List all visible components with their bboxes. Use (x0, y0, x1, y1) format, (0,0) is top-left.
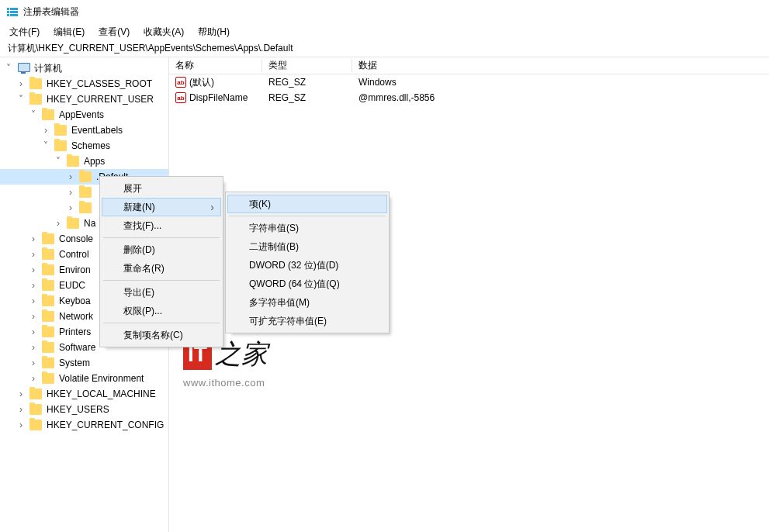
chevron-down-icon[interactable]: ˅ (40, 141, 51, 150)
menu-bar: 文件(F) 编辑(E) 查看(V) 收藏夹(A) 帮助(H) (0, 23, 769, 40)
string-value-icon: ab (175, 92, 186, 103)
chevron-right-icon[interactable]: › (28, 250, 39, 259)
value-name: (默认) (189, 76, 214, 89)
chevron-right-icon[interactable]: › (53, 219, 64, 228)
svg-rect-4 (10, 11, 18, 13)
value-row[interactable]: ab(默认) REG_SZ Windows (169, 74, 769, 90)
col-header-data[interactable]: 数据 (352, 59, 769, 72)
svg-rect-3 (10, 8, 18, 10)
chevron-right-icon[interactable]: › (16, 389, 26, 399)
folder-icon (42, 358, 54, 368)
tree-node-hkcc[interactable]: ›HKEY_CURRENT_CONFIG (0, 417, 168, 433)
tree-node-hklm[interactable]: ›HKEY_LOCAL_MACHINE (0, 386, 168, 402)
folder-icon (42, 295, 54, 306)
ctx-export[interactable]: 导出(E) (102, 283, 221, 302)
menu-edit[interactable]: 编辑(E) (47, 24, 91, 40)
col-header-name[interactable]: 名称 (169, 59, 262, 72)
ctx-new-expandstring[interactable]: 可扩充字符串值(E) (227, 312, 387, 330)
folder-icon (29, 389, 42, 399)
chevron-right-icon[interactable]: › (16, 79, 26, 88)
folder-icon (79, 202, 92, 213)
address-bar (0, 40, 769, 57)
tree-node-hkcr[interactable]: ›HKEY_CLASSES_ROOT (0, 76, 168, 92)
ctx-separator (229, 216, 386, 216)
tree-node-hku[interactable]: ›HKEY_USERS (0, 402, 168, 417)
chevron-right-icon[interactable]: › (16, 420, 26, 430)
folder-icon (42, 326, 54, 337)
column-headers: 名称 类型 数据 (169, 57, 769, 74)
ctx-new-binary[interactable]: 二进制值(B) (227, 237, 387, 256)
value-data: Windows (352, 77, 769, 88)
svg-rect-1 (7, 11, 9, 13)
value-rows: ab(默认) REG_SZ Windows abDispFileName REG… (169, 74, 769, 105)
computer-icon (17, 63, 29, 74)
col-header-type[interactable]: 类型 (262, 59, 352, 72)
tree-root-computer[interactable]: ˅计算机 (0, 60, 168, 76)
chevron-right-icon[interactable]: › (28, 343, 39, 352)
folder-icon (67, 156, 79, 167)
ctx-separator (103, 323, 220, 323)
ctx-copy-key-name[interactable]: 复制项名称(C) (102, 326, 221, 344)
app-icon (6, 5, 19, 18)
folder-icon (42, 373, 54, 384)
chevron-right-icon[interactable]: › (28, 327, 39, 337)
menu-help[interactable]: 帮助(H) (192, 24, 236, 40)
address-input[interactable] (6, 43, 763, 55)
folder-icon (42, 109, 54, 120)
chevron-right-icon[interactable]: › (65, 188, 76, 197)
chevron-right-icon[interactable]: › (28, 296, 39, 306)
ctx-new-dword[interactable]: DWORD (32 位)值(D) (227, 256, 387, 275)
value-row[interactable]: abDispFileName REG_SZ @mmres.dll,-5856 (169, 90, 769, 105)
svg-rect-5 (10, 14, 18, 16)
title-text: 注册表编辑器 (23, 5, 79, 19)
tree-node-schemes[interactable]: ˅Schemes (0, 138, 168, 154)
value-name: DispFileName (189, 92, 248, 103)
ctx-separator (103, 237, 220, 238)
ctx-separator (103, 280, 220, 281)
folder-icon (79, 187, 92, 198)
title-bar[interactable]: 注册表编辑器 (0, 0, 769, 23)
tree-node-volenv[interactable]: ›Volatile Environment (0, 371, 168, 386)
ctx-delete[interactable]: 删除(D) (102, 240, 221, 259)
chevron-right-icon[interactable]: › (16, 405, 26, 414)
chevron-down-icon[interactable]: ˅ (16, 95, 26, 104)
tree-node-system[interactable]: ›System (0, 355, 168, 371)
svg-rect-0 (7, 8, 9, 10)
tree-node-hkcu[interactable]: ˅HKEY_CURRENT_USER (0, 92, 168, 107)
chevron-right-icon[interactable]: › (28, 265, 39, 275)
ctx-new-multistring[interactable]: 多字符串值(M) (227, 293, 387, 312)
tree-node-apps[interactable]: ˅Apps (0, 154, 168, 169)
ctx-new-qword[interactable]: QWORD (64 位)值(Q) (227, 275, 387, 293)
ctx-new-key[interactable]: 项(K) (227, 195, 387, 213)
chevron-right-icon[interactable]: › (65, 203, 76, 212)
chevron-right-icon[interactable]: › (28, 312, 39, 321)
menu-view[interactable]: 查看(V) (92, 24, 136, 40)
chevron-right-icon[interactable]: › (28, 374, 39, 383)
ctx-expand[interactable]: 展开 (102, 179, 221, 198)
chevron-right-icon[interactable]: › (28, 358, 39, 368)
chevron-right-icon[interactable]: › (28, 234, 39, 244)
menu-file[interactable]: 文件(F) (3, 24, 46, 40)
ctx-permissions[interactable]: 权限(P)... (102, 302, 221, 320)
folder-icon (29, 94, 42, 105)
folder-icon (42, 280, 54, 291)
tree-node-appevents[interactable]: ˅AppEvents (0, 107, 168, 123)
ctx-rename[interactable]: 重命名(R) (102, 259, 221, 278)
chevron-down-icon[interactable]: ˅ (53, 157, 64, 166)
value-type: REG_SZ (262, 92, 352, 103)
chevron-right-icon[interactable]: › (65, 172, 76, 181)
chevron-down-icon[interactable]: ˅ (28, 110, 39, 119)
tree-node-eventlabels[interactable]: ›EventLabels (0, 123, 168, 138)
watermark-url: www.ithome.com (183, 377, 268, 389)
folder-icon (42, 264, 54, 275)
regedit-window: 注册表编辑器 文件(F) 编辑(E) 查看(V) 收藏夹(A) 帮助(H) ˅计… (0, 0, 769, 532)
chevron-down-icon[interactable]: ˅ (3, 64, 14, 73)
ctx-new-string[interactable]: 字符串值(S) (227, 219, 387, 237)
string-value-icon: ab (175, 77, 186, 88)
ctx-new[interactable]: 新建(N) (102, 198, 221, 216)
ctx-find[interactable]: 查找(F)... (102, 216, 221, 235)
chevron-right-icon[interactable]: › (28, 281, 39, 290)
chevron-right-icon[interactable]: › (40, 126, 51, 135)
folder-icon (79, 171, 92, 182)
menu-favorites[interactable]: 收藏夹(A) (137, 24, 190, 40)
